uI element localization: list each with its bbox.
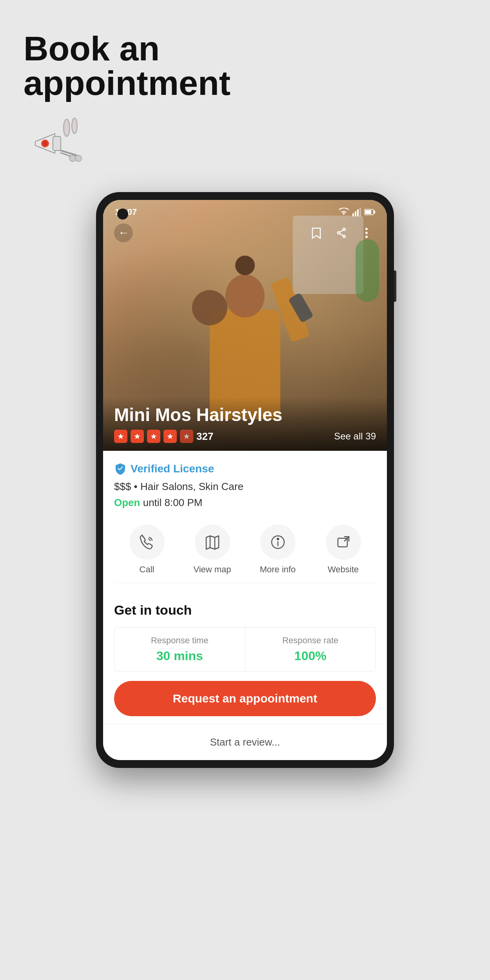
business-meta: $$$ • Hair Salons, Skin Care xyxy=(114,481,376,493)
svg-point-24 xyxy=(365,228,368,230)
status-icons xyxy=(338,208,375,216)
business-info: Verified License $$$ • Hair Salons, Skin… xyxy=(103,451,387,591)
star-4: ★ xyxy=(163,430,177,443)
star-1: ★ xyxy=(114,430,127,443)
svg-line-22 xyxy=(340,230,343,232)
header-section: Book an appointment xyxy=(24,31,321,172)
more-info-icon-circle xyxy=(260,524,296,560)
start-review-text[interactable]: Start a review... xyxy=(210,736,280,748)
bookmark-button[interactable] xyxy=(307,223,326,242)
camera-hole xyxy=(117,209,128,220)
more-info-label: More info xyxy=(260,564,296,575)
call-button[interactable]: Call xyxy=(123,524,171,575)
hours-line: Open until 8:00 PM xyxy=(114,497,376,509)
request-appointment-button[interactable]: Request an appoointment xyxy=(114,681,376,716)
verified-badge: Verified License xyxy=(114,463,376,475)
stars-group: ★ ★ ★ ★ ★ 327 xyxy=(114,430,213,443)
svg-point-25 xyxy=(365,232,368,234)
svg-marker-27 xyxy=(206,536,219,549)
business-name: Mini Mos Hairstyles xyxy=(114,405,376,425)
start-review-section: Start a review... xyxy=(103,724,387,760)
svg-line-23 xyxy=(340,234,343,236)
svg-point-32 xyxy=(277,538,279,540)
svg-rect-5 xyxy=(53,136,61,151)
external-link-icon xyxy=(336,534,351,550)
hero-text: Mini Mos Hairstyles ★ ★ ★ ★ ★ 327 See al… xyxy=(103,397,387,451)
website-icon-circle xyxy=(326,524,361,560)
star-2: ★ xyxy=(131,430,144,443)
website-label: Website xyxy=(328,564,359,575)
response-time-label: Response time xyxy=(122,635,237,646)
phone-icon xyxy=(139,534,155,550)
website-button[interactable]: Website xyxy=(320,524,367,575)
info-icon xyxy=(270,534,286,550)
call-icon-circle xyxy=(129,524,165,560)
svg-point-2 xyxy=(65,121,69,135)
verified-label: Verified License xyxy=(131,463,214,475)
svg-point-11 xyxy=(75,155,82,162)
get-in-touch-section: Get in touch Response time 30 mins Respo… xyxy=(103,591,387,724)
svg-rect-17 xyxy=(365,210,371,214)
svg-rect-18 xyxy=(374,211,375,214)
svg-rect-13 xyxy=(355,211,356,216)
response-stats: Response time 30 mins Response rate 100% xyxy=(114,627,376,671)
open-status: Open xyxy=(114,497,140,508)
svg-point-7 xyxy=(43,141,47,146)
see-all-link[interactable]: See all 39 xyxy=(334,431,376,442)
back-button[interactable]: ← xyxy=(114,223,133,242)
call-label: Call xyxy=(140,564,154,575)
more-info-button[interactable]: More info xyxy=(254,524,301,575)
star-3: ★ xyxy=(147,430,160,443)
more-button[interactable] xyxy=(357,223,376,242)
svg-point-10 xyxy=(69,155,76,162)
rating-row: ★ ★ ★ ★ ★ 327 See all 39 xyxy=(114,430,376,443)
response-rate-stat: Response rate 100% xyxy=(245,628,376,671)
hero-image: 10:07 ← xyxy=(103,200,387,451)
phone-screen: 10:07 ← xyxy=(103,200,387,760)
get-in-touch-title: Get in touch xyxy=(114,603,376,618)
view-map-icon-circle xyxy=(195,524,230,560)
view-map-label: View map xyxy=(193,564,231,575)
star-5: ★ xyxy=(180,430,193,443)
svg-line-34 xyxy=(344,537,349,541)
response-rate-label: Response rate xyxy=(253,635,368,646)
svg-rect-15 xyxy=(359,208,361,216)
action-buttons: Call View map More info xyxy=(114,521,376,583)
phone-frame: 10:07 ← xyxy=(96,192,394,768)
svg-rect-12 xyxy=(352,213,354,216)
response-rate-value: 100% xyxy=(253,649,368,663)
shield-icon xyxy=(114,463,127,475)
svg-rect-14 xyxy=(357,209,359,216)
mascot-icon xyxy=(24,116,86,171)
hours-value: until 8:00 PM xyxy=(143,497,203,508)
svg-point-21 xyxy=(343,235,345,238)
svg-point-20 xyxy=(338,232,340,234)
share-button[interactable] xyxy=(332,223,351,242)
svg-point-3 xyxy=(73,120,76,132)
page-title: Book an appointment xyxy=(24,31,321,100)
response-time-stat: Response time 30 mins xyxy=(114,628,245,671)
response-time-value: 30 mins xyxy=(122,649,237,663)
review-count: 327 xyxy=(196,430,213,443)
status-bar: 10:07 xyxy=(103,200,387,217)
svg-point-19 xyxy=(343,228,345,230)
view-map-button[interactable]: View map xyxy=(189,524,236,575)
side-button xyxy=(394,270,396,302)
svg-point-26 xyxy=(365,236,368,238)
svg-line-8 xyxy=(61,151,76,155)
map-icon xyxy=(205,534,220,550)
